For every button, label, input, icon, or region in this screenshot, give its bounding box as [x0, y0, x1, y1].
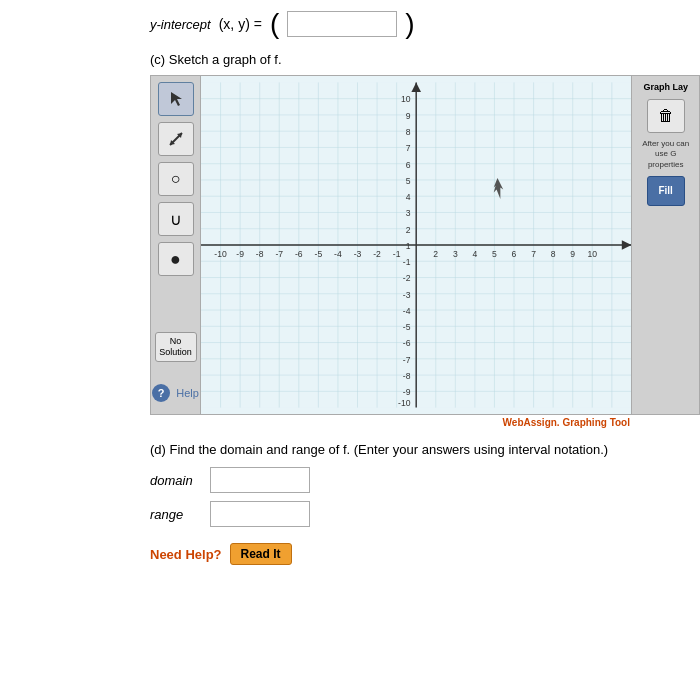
- webassign-credit: WebAssign. Graphing Tool: [140, 417, 630, 428]
- svg-text:-5: -5: [403, 322, 411, 332]
- dot-tool-btn[interactable]: ●: [158, 242, 194, 276]
- svg-text:-10: -10: [214, 249, 227, 259]
- svg-text:-5: -5: [315, 249, 323, 259]
- part-c-label: (c) Sketch a graph of f.: [150, 52, 700, 67]
- svg-text:9: 9: [570, 249, 575, 259]
- svg-text:2: 2: [433, 249, 438, 259]
- svg-text:-3: -3: [354, 249, 362, 259]
- svg-text:2: 2: [406, 225, 411, 235]
- svg-text:-7: -7: [403, 355, 411, 365]
- svg-text:10: 10: [401, 94, 411, 104]
- svg-text:-7: -7: [275, 249, 283, 259]
- diagonal-arrow-tool-btn[interactable]: [158, 122, 194, 156]
- svg-text:-4: -4: [403, 306, 411, 316]
- graph-layer-label: Graph Lay: [643, 82, 688, 93]
- help-link[interactable]: Help: [176, 387, 199, 399]
- svg-text:-8: -8: [403, 371, 411, 381]
- range-row: range: [150, 501, 700, 527]
- svg-text:1: 1: [406, 241, 411, 251]
- svg-text:-2: -2: [403, 273, 411, 283]
- graph-tool-wrapper: ○ ∪ ● No Solution ? Help: [150, 75, 700, 415]
- graph-area[interactable]: -10 -9 -8 -7 -6 -5 -4 -3 -2 -1 2 3 4 5 6…: [200, 75, 632, 415]
- range-input[interactable]: [210, 501, 310, 527]
- help-row: ? Help: [152, 384, 199, 408]
- svg-text:-3: -3: [403, 290, 411, 300]
- range-label: range: [150, 507, 200, 522]
- need-help-label: Need Help?: [150, 547, 222, 562]
- help-icon[interactable]: ?: [152, 384, 170, 402]
- curve-tool-btn[interactable]: ∪: [158, 202, 194, 236]
- svg-text:7: 7: [406, 143, 411, 153]
- right-panel: Graph Lay 🗑 After you can use G properti…: [632, 75, 700, 415]
- svg-text:-6: -6: [295, 249, 303, 259]
- y-intercept-eq: (x, y) =: [219, 16, 262, 32]
- delete-icon: 🗑: [658, 107, 674, 125]
- svg-marker-0: [171, 92, 182, 106]
- svg-text:3: 3: [453, 249, 458, 259]
- part-d-section: (d) Find the domain and range of f. (Ent…: [150, 442, 700, 527]
- svg-text:-8: -8: [256, 249, 264, 259]
- domain-row: domain: [150, 467, 700, 493]
- arrow-tool-icon: [167, 90, 185, 108]
- svg-text:5: 5: [406, 176, 411, 186]
- circle-tool-btn[interactable]: ○: [158, 162, 194, 196]
- svg-text:4: 4: [472, 249, 477, 259]
- no-solution-label: No Solution: [159, 336, 192, 358]
- svg-text:4: 4: [406, 192, 411, 202]
- part-d-label: (d) Find the domain and range of f. (Ent…: [150, 442, 700, 457]
- svg-text:-9: -9: [403, 387, 411, 397]
- domain-input[interactable]: [210, 467, 310, 493]
- svg-text:6: 6: [406, 160, 411, 170]
- svg-text:10: 10: [587, 249, 597, 259]
- delete-btn[interactable]: 🗑: [647, 99, 685, 133]
- domain-label: domain: [150, 473, 200, 488]
- read-it-button[interactable]: Read It: [230, 543, 292, 565]
- after-you-text: After you can use G properties: [636, 139, 695, 170]
- svg-text:8: 8: [406, 127, 411, 137]
- curve-tool-icon: ∪: [170, 210, 182, 229]
- circle-tool-icon: ○: [171, 170, 181, 188]
- left-toolbar: ○ ∪ ● No Solution ? Help: [150, 75, 200, 415]
- svg-text:-4: -4: [334, 249, 342, 259]
- webassign-brand: WebAssign. Graphing Tool: [503, 417, 630, 428]
- svg-text:7: 7: [531, 249, 536, 259]
- graph-svg: -10 -9 -8 -7 -6 -5 -4 -3 -2 -1 2 3 4 5 6…: [201, 76, 631, 414]
- svg-text:-9: -9: [236, 249, 244, 259]
- svg-text:5: 5: [492, 249, 497, 259]
- svg-text:3: 3: [406, 208, 411, 218]
- close-paren: ): [405, 10, 414, 38]
- svg-text:-6: -6: [403, 338, 411, 348]
- dot-tool-icon: ●: [170, 249, 181, 270]
- arrow-tool-btn[interactable]: [158, 82, 194, 116]
- svg-text:9: 9: [406, 111, 411, 121]
- need-help-row: Need Help? Read It: [150, 543, 700, 565]
- svg-text:-1: -1: [393, 249, 401, 259]
- y-intercept-row: y-intercept (x, y) = ( ): [150, 10, 700, 38]
- svg-text:-2: -2: [373, 249, 381, 259]
- no-solution-btn[interactable]: No Solution: [155, 332, 197, 362]
- svg-text:6: 6: [512, 249, 517, 259]
- svg-text:8: 8: [551, 249, 556, 259]
- y-intercept-label: y-intercept: [150, 17, 211, 32]
- svg-text:-1: -1: [403, 257, 411, 267]
- fill-btn[interactable]: Fill: [647, 176, 685, 206]
- open-paren: (: [270, 10, 279, 38]
- svg-text:-10: -10: [398, 398, 411, 408]
- y-intercept-input[interactable]: [287, 11, 397, 37]
- diagonal-arrow-icon: [167, 130, 185, 148]
- fill-label: Fill: [658, 185, 672, 196]
